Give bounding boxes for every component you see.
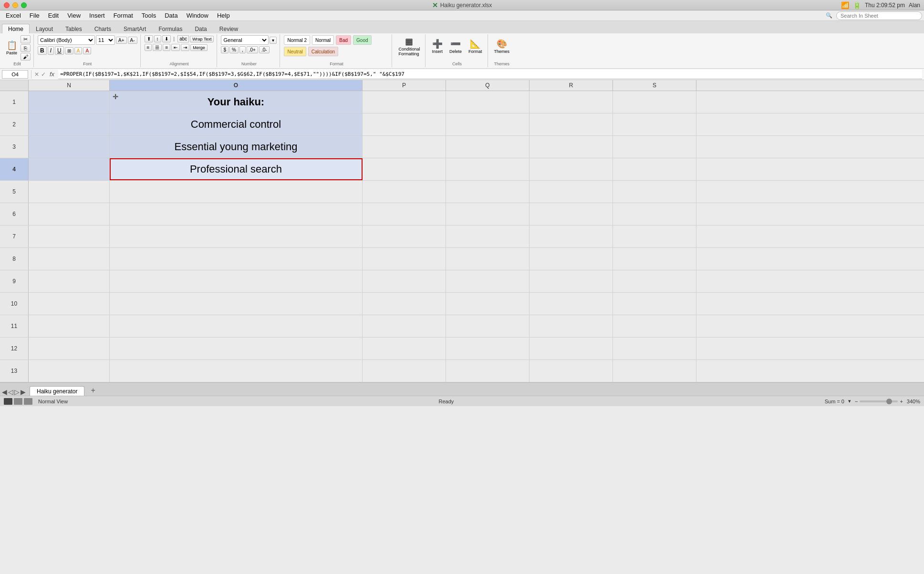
cell-r5[interactable] bbox=[529, 181, 613, 203]
align-top-button[interactable]: ⬆ bbox=[145, 35, 153, 42]
cell-s2[interactable] bbox=[613, 113, 696, 135]
style-normal2[interactable]: Normal 2 bbox=[284, 35, 310, 45]
cell-o10[interactable] bbox=[110, 293, 363, 315]
cell-s4[interactable] bbox=[613, 158, 696, 180]
align-left-button[interactable]: ≡ bbox=[145, 44, 152, 51]
tab-home[interactable]: Home bbox=[2, 24, 30, 33]
cell-n2[interactable] bbox=[29, 113, 110, 135]
decrease-indent-button[interactable]: ⇤ bbox=[171, 44, 180, 51]
menu-edit[interactable]: Edit bbox=[44, 11, 62, 20]
search-in-sheet-input[interactable] bbox=[836, 11, 922, 20]
cell-r10[interactable] bbox=[529, 293, 613, 315]
cell-q3[interactable] bbox=[446, 136, 529, 158]
tab-tables[interactable]: Tables bbox=[59, 24, 88, 33]
cell-n13[interactable] bbox=[29, 360, 110, 382]
conditional-formatting-button[interactable]: ▦ ConditionalFormatting bbox=[396, 35, 422, 58]
cell-o7[interactable] bbox=[110, 226, 363, 247]
style-good[interactable]: Good bbox=[353, 35, 371, 45]
row-header-13[interactable]: 13 bbox=[0, 360, 29, 382]
align-middle-button[interactable]: ↕ bbox=[154, 35, 161, 42]
style-neutral[interactable]: Neutral bbox=[284, 47, 306, 56]
menu-view[interactable]: View bbox=[63, 11, 84, 20]
menu-tools[interactable]: Tools bbox=[138, 11, 160, 20]
cell-q2[interactable] bbox=[446, 113, 529, 135]
tab-layout[interactable]: Layout bbox=[30, 24, 59, 33]
cell-p4[interactable] bbox=[363, 158, 446, 180]
row-header-1[interactable]: 1 bbox=[0, 91, 29, 113]
tab-next-button[interactable]: ▶ bbox=[21, 388, 26, 396]
window-controls[interactable] bbox=[4, 2, 27, 8]
style-normal[interactable]: Normal bbox=[312, 35, 334, 45]
font-name-select[interactable]: Calibri (Body) bbox=[38, 35, 95, 45]
cell-n3[interactable] bbox=[29, 136, 110, 158]
insert-button[interactable]: ➕ Insert bbox=[429, 35, 445, 58]
col-header-p[interactable]: P bbox=[363, 80, 446, 91]
cell-r12[interactable] bbox=[529, 338, 613, 359]
cell-n1[interactable] bbox=[29, 91, 110, 113]
cell-r2[interactable] bbox=[529, 113, 613, 135]
cell-p9[interactable] bbox=[363, 270, 446, 292]
cell-q7[interactable] bbox=[446, 226, 529, 247]
decrease-decimal-button[interactable]: .0- bbox=[259, 46, 270, 53]
cell-p1[interactable] bbox=[363, 91, 446, 113]
formula-cancel-icon[interactable]: ✕ bbox=[34, 71, 39, 78]
cell-n8[interactable] bbox=[29, 248, 110, 270]
align-right-button[interactable]: ≡ bbox=[163, 44, 170, 51]
cell-p3[interactable] bbox=[363, 136, 446, 158]
cell-o3[interactable]: Essential young marketing bbox=[110, 136, 363, 158]
cell-o12[interactable] bbox=[110, 338, 363, 359]
cut-button[interactable]: ✂ bbox=[21, 35, 31, 43]
menu-format[interactable]: Format bbox=[110, 11, 137, 20]
themes-button[interactable]: 🎨 Themes bbox=[492, 35, 512, 58]
zoom-in-button[interactable]: + bbox=[900, 399, 903, 404]
cell-o2[interactable]: Commercial control bbox=[110, 113, 363, 135]
cell-p8[interactable] bbox=[363, 248, 446, 270]
cell-q4[interactable] bbox=[446, 158, 529, 180]
row-header-2[interactable]: 2 bbox=[0, 113, 29, 135]
row-header-8[interactable]: 8 bbox=[0, 248, 29, 270]
decrease-font-button[interactable]: A- bbox=[128, 37, 137, 44]
row-header-5[interactable]: 5 bbox=[0, 181, 29, 203]
cell-s7[interactable] bbox=[613, 226, 696, 247]
col-header-o[interactable]: O bbox=[110, 80, 363, 91]
zoom-slider[interactable] bbox=[860, 400, 898, 402]
cell-s5[interactable] bbox=[613, 181, 696, 203]
cell-o5[interactable] bbox=[110, 181, 363, 203]
row-header-7[interactable]: 7 bbox=[0, 226, 29, 247]
cell-r13[interactable] bbox=[529, 360, 613, 382]
cell-n7[interactable] bbox=[29, 226, 110, 247]
borders-button[interactable]: ⊞ bbox=[65, 47, 73, 54]
minimize-window-button[interactable] bbox=[12, 2, 18, 8]
row-header-3[interactable]: 3 bbox=[0, 136, 29, 158]
row-header-6[interactable]: 6 bbox=[0, 203, 29, 225]
wrap-text-button[interactable]: Wrap Text bbox=[190, 36, 214, 42]
cell-r6[interactable] bbox=[529, 203, 613, 225]
menu-file[interactable]: File bbox=[26, 11, 43, 20]
cell-r4[interactable] bbox=[529, 158, 613, 180]
cell-q11[interactable] bbox=[446, 315, 529, 337]
cell-s1[interactable] bbox=[613, 91, 696, 113]
cell-o11[interactable] bbox=[110, 315, 363, 337]
cell-s3[interactable] bbox=[613, 136, 696, 158]
style-calculation[interactable]: Calculation bbox=[308, 47, 338, 56]
tab-prev-button[interactable]: ◀ bbox=[2, 388, 7, 396]
col-header-s[interactable]: S bbox=[613, 80, 696, 91]
cell-o9[interactable] bbox=[110, 270, 363, 292]
menu-insert[interactable]: Insert bbox=[85, 11, 109, 20]
tab-next2-button[interactable]: ▷ bbox=[14, 388, 20, 396]
font-size-select[interactable]: 11 bbox=[96, 35, 115, 45]
cell-q12[interactable] bbox=[446, 338, 529, 359]
cell-o1[interactable]: ✛ Your haiku: bbox=[110, 91, 363, 113]
cell-q10[interactable] bbox=[446, 293, 529, 315]
page-layout-button[interactable] bbox=[14, 398, 22, 405]
cell-o6[interactable] bbox=[110, 203, 363, 225]
increase-font-button[interactable]: A+ bbox=[116, 37, 127, 44]
font-color-button[interactable]: A bbox=[83, 47, 91, 54]
zoom-out-button[interactable]: − bbox=[855, 399, 858, 404]
cell-p5[interactable] bbox=[363, 181, 446, 203]
cell-o8[interactable] bbox=[110, 248, 363, 270]
add-sheet-button[interactable]: + bbox=[86, 385, 99, 396]
copy-button[interactable]: ⎘ bbox=[21, 44, 31, 52]
delete-button[interactable]: ➖ Delete bbox=[447, 35, 464, 58]
cell-n9[interactable] bbox=[29, 270, 110, 292]
